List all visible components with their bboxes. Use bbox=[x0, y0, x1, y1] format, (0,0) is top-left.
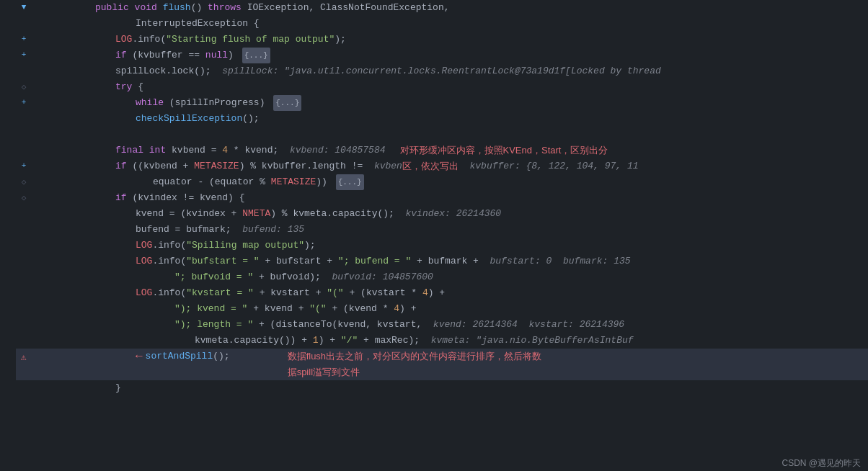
code-token: * kvend; bbox=[228, 143, 290, 158]
code-token: 1 bbox=[313, 333, 319, 349]
code-token: kvmeta: "java.nio.ByteBufferAsIntBuf bbox=[431, 333, 634, 349]
red-arrow: ← bbox=[136, 349, 143, 364]
code-token: kvend = (kvindex + bbox=[136, 206, 242, 222]
code-line-5: spillLock.lock(); spillLock: "java.util.… bbox=[16, 63, 868, 79]
code-token: try bbox=[115, 79, 138, 95]
fold-icon-4[interactable]: + bbox=[22, 50, 27, 59]
code-token: LOG bbox=[136, 254, 152, 269]
code-line-18: "; bufvoid = " + bufvoid); bufvoid: 1048… bbox=[16, 269, 868, 285]
code-line-15: bufend = bufmark; bufend: 135 bbox=[16, 222, 868, 238]
code-token: bufstart: 0 bufmark: 135 bbox=[490, 254, 631, 269]
code-token: "(" bbox=[309, 301, 326, 317]
code-line-2: InterruptedException { bbox=[16, 16, 868, 32]
code-line-13: ◇ if (kvindex != kvend) { bbox=[16, 190, 868, 206]
code-token: while bbox=[136, 95, 169, 111]
code-token: .info( bbox=[152, 254, 186, 269]
code-line-24: } bbox=[16, 380, 868, 396]
code-token: + kvend + bbox=[247, 301, 309, 317]
code-token: .info( bbox=[152, 238, 186, 254]
warning-icon: ⚠ bbox=[21, 351, 27, 363]
code-token: (kvbuffer == bbox=[132, 48, 205, 63]
code-token: ); bbox=[335, 32, 346, 48]
fold-indicator-7[interactable]: {...} bbox=[273, 95, 301, 111]
code-token: kvmeta.capacity()) + bbox=[195, 333, 313, 349]
code-token: + bufmark + bbox=[411, 254, 490, 269]
code-token: spillLock: "java.util.concurrent.locks.R… bbox=[222, 63, 661, 79]
chinese-annotation-2: 区，依次写出 bbox=[402, 158, 459, 174]
code-token: METASIZE bbox=[194, 158, 239, 174]
code-token: } bbox=[115, 380, 121, 396]
fold-icon-11[interactable]: + bbox=[22, 161, 27, 170]
fold-icon-13[interactable]: ◇ bbox=[22, 193, 27, 202]
code-line-12: ◇ equator - (equator % METASIZE)) {...} bbox=[16, 174, 868, 190]
code-token: .info( bbox=[132, 32, 166, 48]
code-token: "/" bbox=[341, 333, 358, 349]
code-line-3: + LOG.info("Starting flush of map output… bbox=[16, 32, 868, 48]
code-token: kvben bbox=[368, 158, 402, 174]
code-token: if bbox=[115, 158, 132, 174]
code-token: "); kvend = " bbox=[174, 301, 247, 317]
code-token: (); bbox=[242, 111, 259, 127]
code-token: + (kvend * bbox=[327, 301, 394, 317]
code-token: + (distanceTo(kvend, kvstart, bbox=[253, 317, 433, 333]
code-token: "Starting flush of map output" bbox=[166, 32, 335, 48]
code-token: kvindex: 26214360 bbox=[405, 206, 501, 222]
code-token: + maxRec); bbox=[358, 333, 430, 349]
code-token: flush bbox=[163, 0, 191, 16]
code-line-20: "); kvend = " + kvend + "(" + (kvend * 4… bbox=[16, 301, 868, 317]
code-token: bufend: 135 bbox=[242, 222, 304, 238]
code-token: "Spilling map output" bbox=[186, 238, 304, 254]
code-token: bufvoid: 104857600 bbox=[332, 269, 433, 285]
code-token: + bufstart + bbox=[260, 254, 338, 269]
code-token: "kvstart = " bbox=[186, 285, 254, 301]
code-line-11: + if ((kvbend + METASIZE) % kvbuffer.len… bbox=[16, 158, 868, 174]
code-token: 4 bbox=[422, 285, 428, 301]
fold-icon-3[interactable]: + bbox=[22, 35, 27, 43]
code-line-10: final int kvbend = 4 * kvend; kvbend: 10… bbox=[16, 143, 868, 158]
code-token: kvbuffer: {8, 122, 104, 97, 11 bbox=[459, 158, 639, 174]
code-token: final bbox=[115, 143, 149, 158]
code-line-17: LOG.info("bufstart = " + bufstart + "; b… bbox=[16, 254, 868, 269]
code-line-9 bbox=[16, 127, 868, 143]
code-token: equator - (equator % bbox=[153, 174, 271, 190]
code-token: + bufvoid); bbox=[253, 269, 332, 285]
code-line-23: ⚠ ← sortAndSpill(); 数据flush出去之前，对分区内的文件内… bbox=[16, 349, 868, 380]
code-token: ); bbox=[304, 238, 316, 254]
code-line-14: kvend = (kvindex + NMETA) % kvmeta.capac… bbox=[16, 206, 868, 222]
code-token: (kvindex != kvend) { bbox=[132, 190, 244, 206]
code-line-21: "); length = " + (distanceTo(kvend, kvst… bbox=[16, 317, 868, 333]
code-token: (spillInProgress) bbox=[169, 95, 270, 111]
code-token: "); length = " bbox=[174, 317, 253, 333]
code-token: NMETA bbox=[242, 206, 270, 222]
code-token: "(" bbox=[327, 285, 343, 301]
code-token: 4 bbox=[222, 143, 228, 158]
code-line-4: + if (kvbuffer == null) {...} bbox=[16, 48, 868, 63]
code-token: kvend: 26214364 kvstart: 26214396 bbox=[433, 317, 624, 333]
fold-indicator-12[interactable]: {...} bbox=[336, 174, 364, 190]
code-token: ) + bbox=[399, 301, 416, 317]
code-token: if bbox=[115, 190, 132, 206]
code-token: if bbox=[115, 48, 132, 63]
code-token: IOException, ClassNotFoundException, bbox=[247, 0, 450, 16]
code-line-8: checkSpillException(); bbox=[16, 111, 868, 127]
code-token: LOG bbox=[136, 285, 152, 301]
code-token: )) bbox=[316, 174, 332, 190]
fold-icon-6[interactable]: ◇ bbox=[22, 82, 27, 91]
fold-icon-12[interactable]: ◇ bbox=[22, 177, 27, 187]
code-token: null bbox=[205, 48, 228, 63]
code-token: ) + bbox=[319, 333, 341, 349]
code-token: .info( bbox=[152, 285, 186, 301]
code-token: bufend = bufmark; bbox=[136, 222, 242, 238]
code-token: 4 bbox=[394, 301, 399, 317]
fold-icon-1[interactable]: ▼ bbox=[22, 3, 27, 12]
code-token: + kvstart + bbox=[254, 285, 327, 301]
code-token: { bbox=[138, 79, 143, 95]
annotation-sortandspill: 数据flush出去之前，对分区内的文件内容进行排序，然后将数据spill溢写到文… bbox=[288, 349, 541, 380]
code-line-1: ▼ public void flush() throws IOException… bbox=[16, 0, 868, 16]
code-token: METASIZE bbox=[271, 174, 316, 190]
fold-icon-7[interactable]: + bbox=[22, 98, 27, 107]
fold-indicator-4[interactable]: {...} bbox=[242, 48, 270, 63]
code-token: checkSpillException bbox=[136, 111, 242, 127]
code-token: throws bbox=[208, 0, 247, 16]
code-token: + (kvstart * bbox=[344, 285, 422, 301]
